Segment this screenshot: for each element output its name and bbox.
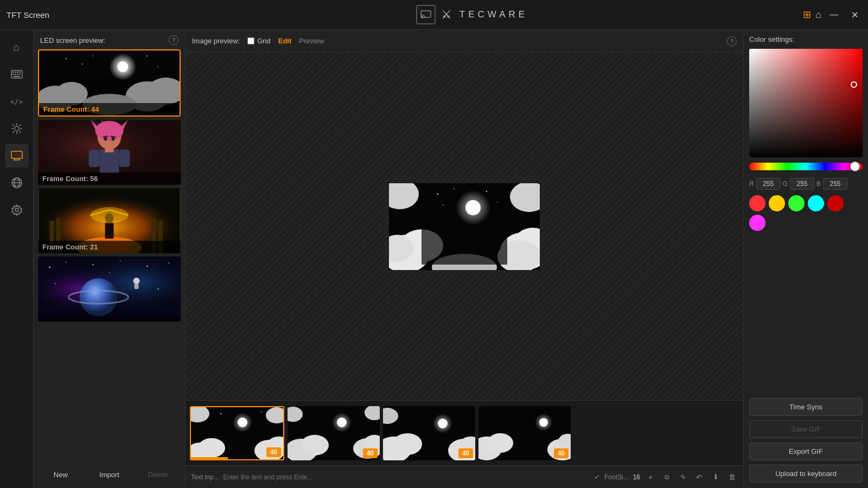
svg-point-48 — [95, 121, 124, 140]
svg-point-43 — [157, 66, 158, 67]
frame-count-1: Frame Count: 44 — [39, 103, 180, 115]
svg-point-77 — [66, 261, 67, 262]
text-download-button[interactable]: ⬇ — [710, 471, 722, 483]
preview-night-scene — [389, 183, 540, 270]
sidebar-item-monitor[interactable] — [5, 144, 29, 168]
sidebar-item-globe[interactable] — [5, 171, 29, 195]
svg-point-12 — [15, 126, 19, 131]
swatch-red[interactable] — [749, 195, 765, 211]
color-gradient-picker[interactable] — [749, 49, 863, 157]
tecware-logo: ⚔ TECWARE — [441, 8, 528, 22]
title-bar: TFT Screen ⚔ TECWARE ⊞ ⌂ — ✕ — [0, 0, 868, 30]
image-preview-header: Image preview: Grid Edit Preview ? — [186, 30, 743, 53]
svg-point-121 — [301, 435, 329, 455]
grid-label: Grid — [257, 37, 271, 45]
swatch-dark-red[interactable] — [827, 195, 844, 211]
grid-checkbox-label[interactable]: Grid — [247, 37, 271, 45]
text-edit-button[interactable]: ✎ — [677, 471, 689, 483]
import-button[interactable]: Import — [87, 467, 132, 483]
svg-point-101 — [454, 188, 455, 189]
tab-preview[interactable]: Preview — [299, 37, 324, 45]
svg-rect-5 — [17, 72, 18, 73]
tecware-icon: ⚔ — [441, 8, 455, 22]
svg-point-116 — [238, 418, 247, 427]
export-gif-button[interactable]: Export GIF — [749, 442, 863, 460]
svg-point-83 — [158, 288, 159, 290]
strip-frame-4[interactable]: 40 — [478, 406, 571, 460]
led-frame-item-4[interactable] — [38, 256, 181, 322]
delete-button[interactable]: Delete — [135, 467, 181, 483]
svg-line-20 — [12, 131, 14, 133]
titlebar-home-icon[interactable]: ⌂ — [815, 9, 821, 21]
save-gif-button[interactable]: Save GIF — [749, 420, 863, 438]
font-size-label: FontSi... — [604, 473, 629, 481]
sidebar-item-settings[interactable] — [5, 198, 29, 222]
time-syns-button[interactable]: Time Syns — [749, 398, 863, 416]
led-frame-item-1[interactable]: Frame Count: 44 — [38, 49, 181, 117]
led-frame-item-2[interactable]: Frame Count: 56 — [38, 120, 181, 185]
text-copy-button[interactable]: ⧉ — [661, 471, 673, 483]
strip-frame-2[interactable]: 40 — [288, 406, 380, 460]
svg-point-102 — [486, 191, 487, 192]
led-panel-help-button[interactable]: ? — [169, 35, 178, 45]
swatch-cyan[interactable] — [808, 195, 824, 211]
led-frame-thumbnail-4 — [38, 256, 181, 322]
svg-point-81 — [169, 262, 170, 264]
sidebar-item-code[interactable]: </> — [5, 89, 29, 113]
svg-point-39 — [117, 61, 128, 72]
frame-count-2: Frame Count: 56 — [38, 172, 181, 185]
grid-checkbox-input[interactable] — [247, 37, 254, 44]
text-delete-button[interactable]: 🗑 — [726, 471, 738, 483]
color-gradient-cursor — [851, 81, 857, 88]
b-label: B — [816, 180, 821, 188]
tab-edit[interactable]: Edit — [278, 37, 292, 45]
sidebar-item-home[interactable]: ⌂ — [5, 35, 29, 59]
center-area: Image preview: Grid Edit Preview ? — [186, 30, 743, 488]
svg-point-142 — [539, 418, 548, 427]
strip-frame-3[interactable]: 40 — [383, 406, 475, 460]
hue-slider[interactable] — [749, 163, 863, 170]
svg-point-40 — [66, 58, 67, 59]
strip-frame-badge-2: 40 — [363, 448, 378, 458]
svg-rect-55 — [119, 150, 130, 167]
text-undo-button[interactable]: ↶ — [693, 471, 705, 483]
svg-point-80 — [146, 266, 148, 267]
text-tools: ✓ FontSi... 16 + ⧉ ✎ ↶ ⬇ 🗑 — [594, 471, 738, 483]
main-layout: ⌂ </> — [0, 30, 868, 488]
sidebar-item-effects[interactable] — [5, 117, 29, 140]
close-button[interactable]: ✕ — [846, 7, 863, 23]
image-preview-label: Image preview: — [192, 37, 240, 45]
svg-point-105 — [443, 204, 444, 206]
b-input[interactable] — [823, 178, 847, 190]
text-input-field[interactable] — [223, 473, 590, 481]
strip-frame-1[interactable]: 40 — [190, 406, 284, 460]
sidebar-item-keyboard[interactable] — [5, 62, 29, 86]
hue-slider-container — [749, 163, 863, 172]
hue-slider-thumb[interactable] — [850, 162, 860, 171]
swatch-green[interactable] — [788, 195, 805, 211]
led-frame-item-3[interactable]: Frame Count: 21 — [38, 188, 181, 253]
svg-rect-11 — [14, 76, 20, 77]
svg-rect-53 — [105, 147, 114, 152]
frame-count-3: Frame Count: 21 — [38, 241, 181, 253]
new-button[interactable]: New — [38, 467, 84, 483]
text-add-button[interactable]: + — [644, 471, 656, 483]
svg-point-84 — [109, 272, 110, 273]
svg-point-42 — [146, 55, 148, 56]
g-input[interactable] — [790, 178, 814, 190]
minimize-button[interactable]: — — [826, 7, 842, 23]
upload-to-keyboard-button[interactable]: Upload to keyboard — [749, 465, 863, 483]
title-bar-left: TFT Screen — [0, 10, 184, 20]
svg-point-82 — [55, 283, 56, 284]
svg-line-18 — [19, 131, 21, 133]
image-preview-help-button[interactable]: ? — [727, 36, 737, 46]
r-input[interactable] — [756, 178, 781, 190]
sidebar-icons: ⌂ </> — [0, 30, 34, 488]
titlebar-grid-icon[interactable]: ⊞ — [803, 9, 811, 21]
swatch-magenta[interactable] — [749, 215, 765, 231]
frame-count-4 — [38, 317, 181, 322]
svg-point-59 — [112, 137, 115, 141]
strip-frame-badge-1: 40 — [266, 447, 281, 457]
swatch-yellow[interactable] — [769, 195, 785, 211]
cast-icon[interactable] — [416, 5, 436, 24]
